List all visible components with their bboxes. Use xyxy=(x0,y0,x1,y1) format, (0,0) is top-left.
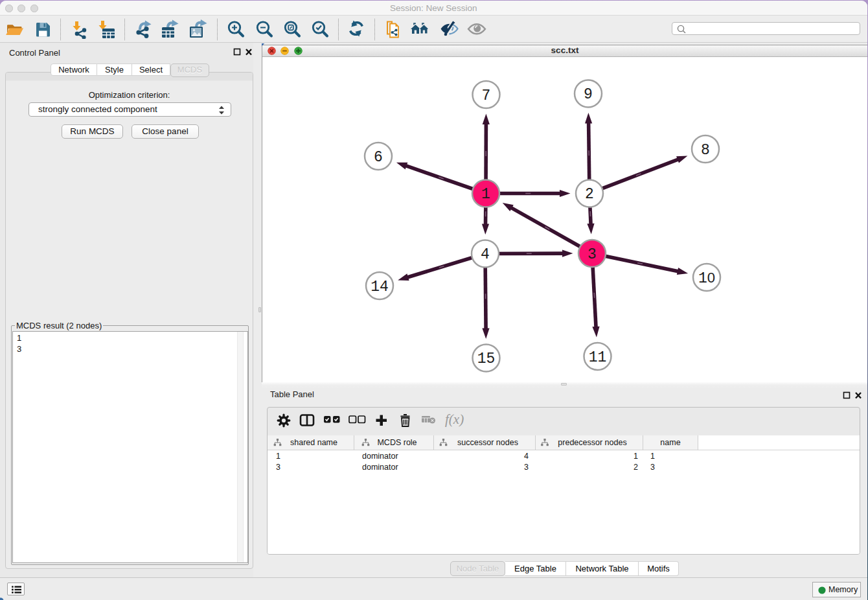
svg-text:8: 8 xyxy=(701,142,710,159)
svg-text:14: 14 xyxy=(371,279,389,295)
svg-text:15: 15 xyxy=(477,351,496,367)
svg-text:3: 3 xyxy=(588,246,597,263)
svg-text:10: 10 xyxy=(698,270,715,287)
svg-text:7: 7 xyxy=(482,87,491,104)
svg-text:9: 9 xyxy=(584,86,593,103)
svg-text:11: 11 xyxy=(589,349,607,366)
svg-text:4: 4 xyxy=(481,246,490,263)
svg-text:2: 2 xyxy=(585,186,594,203)
svg-text:6: 6 xyxy=(374,149,383,166)
svg-text:1: 1 xyxy=(481,186,490,203)
